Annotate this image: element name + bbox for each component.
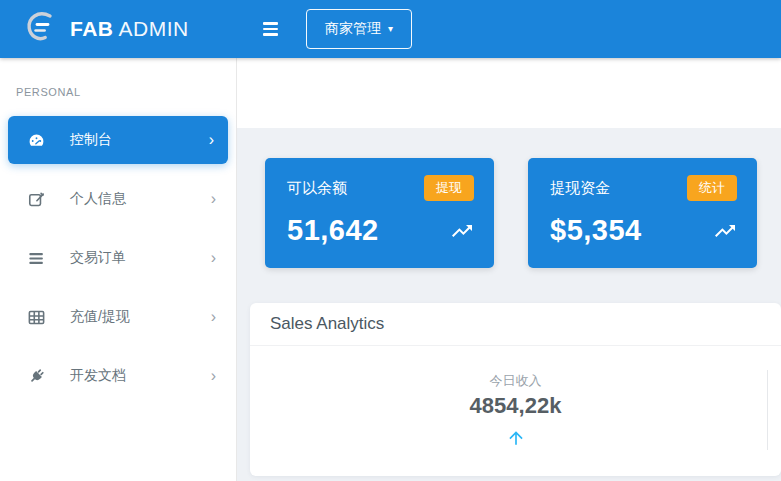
- sales-analytics-card: Sales Analytics 今日收入 4854,22k: [250, 303, 781, 476]
- sidebar-menu: 控制台 › 个人信息 › 交易订单: [0, 116, 236, 400]
- sales-analytics-body: 今日收入 4854,22k: [250, 346, 781, 478]
- chevron-right-icon: ›: [209, 132, 214, 148]
- chevron-right-icon: ›: [211, 309, 216, 325]
- arrow-up-icon: [250, 428, 781, 452]
- sidebar-item-label: 充值/提现: [70, 308, 211, 326]
- brand-title-bold: FAB: [70, 17, 114, 40]
- edit-icon: [27, 190, 46, 209]
- sidebar-item-label: 控制台: [70, 131, 209, 149]
- withdraw-funds-card: 提现资金 统计 $5,354: [528, 158, 757, 268]
- sidebar-item-deposit-withdraw[interactable]: 充值/提现 ›: [0, 293, 236, 341]
- gauge-icon: [27, 131, 46, 150]
- sidebar-item-orders[interactable]: 交易订单 ›: [0, 234, 236, 282]
- merchant-management-label: 商家管理: [325, 20, 381, 38]
- sales-analytics-title: Sales Analytics: [250, 303, 781, 346]
- main-content: 可以余额 提现 51,642 提现资金 统计 $5,354: [237, 58, 781, 481]
- sidebar-item-label: 开发文档: [70, 367, 211, 385]
- sidebar-item-dashboard[interactable]: 控制台 ›: [8, 116, 228, 164]
- chevron-right-icon: ›: [211, 250, 216, 266]
- today-income-value: 4854,22k: [250, 393, 781, 419]
- brand-logo-icon: [22, 9, 58, 49]
- sidebar-item-label: 个人信息: [70, 190, 211, 208]
- table-icon: [27, 308, 46, 327]
- brand-title-light: ADMIN: [119, 17, 189, 40]
- page-header-band: [237, 58, 781, 128]
- list-icon: [27, 249, 46, 268]
- statistics-button[interactable]: 统计: [687, 175, 737, 201]
- trending-up-icon: [450, 219, 474, 243]
- sidebar-item-label: 交易订单: [70, 249, 211, 267]
- trending-up-icon: [713, 219, 737, 243]
- column-divider: [767, 370, 768, 450]
- withdraw-button[interactable]: 提现: [424, 175, 474, 201]
- sidebar-section-label: PERSONAL: [16, 86, 236, 98]
- stat-cards-row: 可以余额 提现 51,642 提现资金 统计 $5,354: [237, 128, 781, 268]
- chevron-right-icon: ›: [211, 191, 216, 207]
- withdraw-funds-label: 提现资金: [550, 179, 610, 198]
- today-income-label: 今日收入: [250, 372, 781, 390]
- merchant-management-dropdown[interactable]: 商家管理 ▾: [306, 9, 412, 49]
- withdraw-funds-value: $5,354: [550, 214, 642, 247]
- plug-icon: [27, 367, 46, 386]
- brand-title: FABADMIN: [70, 17, 189, 41]
- balance-value: 51,642: [287, 214, 379, 247]
- sidebar-item-dev-docs[interactable]: 开发文档 ›: [0, 352, 236, 400]
- brand-logo[interactable]: FABADMIN: [0, 0, 237, 58]
- sidebar: PERSONAL 控制台 ›: [0, 58, 237, 481]
- sidebar-toggle-hamburger-icon[interactable]: [257, 16, 284, 42]
- chevron-right-icon: ›: [211, 368, 216, 384]
- balance-card-label: 可以余额: [287, 179, 347, 198]
- sidebar-item-profile[interactable]: 个人信息 ›: [0, 175, 236, 223]
- balance-card: 可以余额 提现 51,642: [265, 158, 494, 268]
- caret-down-icon: ▾: [388, 24, 393, 34]
- top-header: FABADMIN 商家管理 ▾: [0, 0, 781, 58]
